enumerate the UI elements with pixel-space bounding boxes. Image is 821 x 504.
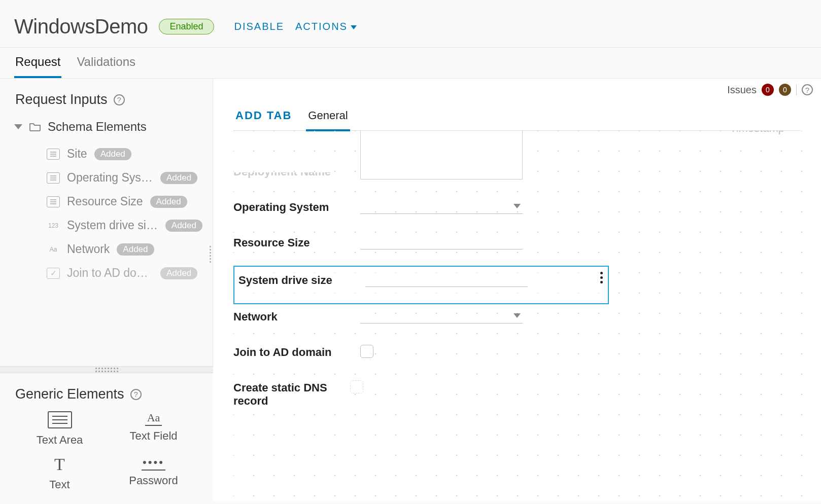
field-resource-size[interactable]: Resource Size bbox=[233, 228, 817, 264]
added-badge: Added bbox=[160, 267, 197, 279]
added-badge: Added bbox=[117, 243, 154, 256]
field-actions-menu[interactable] bbox=[600, 272, 603, 283]
schema-item-system-drive[interactable]: 123 System drive size Added bbox=[47, 213, 202, 237]
field-label: Network bbox=[233, 309, 360, 325]
generic-text-area[interactable]: Text Area bbox=[15, 411, 104, 447]
folder-icon bbox=[29, 122, 41, 131]
field-join-ad[interactable]: Join to AD domain bbox=[233, 338, 817, 373]
generic-elements-label: Generic Elements bbox=[15, 386, 124, 402]
select-input[interactable] bbox=[360, 309, 523, 323]
generic-item-label: Text bbox=[49, 478, 70, 491]
horizontal-resize-handle[interactable] bbox=[0, 366, 213, 373]
warning-count-badge[interactable]: 0 bbox=[779, 84, 791, 96]
add-tab-button[interactable]: Add Tab bbox=[233, 104, 294, 130]
schema-elements-root[interactable]: Schema Elements bbox=[10, 117, 202, 137]
tab-validations[interactable]: Validations bbox=[76, 48, 136, 78]
number-icon: 123 bbox=[47, 220, 60, 231]
tree-item-label: Site bbox=[67, 147, 87, 161]
actions-label: Actions bbox=[295, 21, 348, 32]
textarea-icon bbox=[48, 411, 72, 428]
field-label: Create static DNS record bbox=[233, 380, 350, 409]
status-enabled-pill: Enabled bbox=[159, 19, 214, 34]
added-badge: Added bbox=[94, 148, 131, 160]
list-icon bbox=[47, 172, 60, 184]
left-panel: Request Inputs ? Schema Elements Site Ad… bbox=[0, 79, 213, 501]
help-icon[interactable]: ? bbox=[114, 94, 125, 105]
schema-elements-label: Schema Elements bbox=[48, 120, 147, 134]
text-icon: Aa bbox=[47, 244, 60, 255]
list-icon bbox=[47, 149, 60, 160]
kebab-icon bbox=[600, 272, 603, 283]
generic-item-label: Text Area bbox=[37, 434, 83, 447]
list-icon bbox=[47, 196, 60, 207]
request-inputs-title: Request Inputs ? bbox=[0, 79, 213, 117]
tree-item-label: Resource Size bbox=[67, 195, 143, 208]
field-timestamp-ghost: Timestamp bbox=[728, 131, 786, 135]
form-canvas-panel: Issues 0 0 ? Add Tab General Deployment … bbox=[213, 79, 821, 501]
field-label: Join to AD domain bbox=[233, 345, 360, 360]
field-label: Operating System bbox=[233, 200, 360, 215]
tree-item-label: Join to AD dom… bbox=[67, 266, 153, 280]
error-count-badge[interactable]: 0 bbox=[762, 84, 774, 96]
field-create-dns[interactable]: Create static DNS record bbox=[233, 373, 817, 422]
added-badge: Added bbox=[160, 172, 197, 184]
generic-elements-panel: Generic Elements ? Text Area Aa Text Fie… bbox=[0, 373, 213, 501]
form-canvas[interactable]: Deployment Name Timestamp Operating Syst… bbox=[233, 131, 817, 422]
chevron-down-icon bbox=[514, 313, 521, 318]
tree-item-label: Network bbox=[67, 242, 110, 256]
generic-text[interactable]: T Text bbox=[15, 456, 104, 491]
added-badge: Added bbox=[165, 220, 202, 232]
chevron-down-icon bbox=[514, 204, 521, 208]
tree-item-label: Operating Syste… bbox=[67, 171, 153, 185]
disable-button[interactable]: Disable bbox=[234, 21, 284, 32]
primary-tab-bar: Request Validations bbox=[0, 48, 821, 79]
actions-dropdown[interactable]: Actions bbox=[295, 21, 357, 32]
textfield-icon: Aa bbox=[145, 411, 162, 424]
help-icon[interactable]: ? bbox=[130, 389, 142, 400]
field-deployment-name[interactable]: Deployment Name Timestamp bbox=[233, 131, 817, 193]
caret-down-icon bbox=[14, 124, 22, 129]
tab-request[interactable]: Request bbox=[14, 48, 61, 78]
divider bbox=[796, 84, 797, 95]
checkbox-icon: ✓ bbox=[47, 268, 60, 279]
field-label: Deployment Name bbox=[233, 172, 360, 179]
select-input[interactable] bbox=[360, 235, 523, 249]
schema-item-site[interactable]: Site Added bbox=[47, 142, 202, 166]
generic-item-label: Text Field bbox=[129, 429, 177, 443]
help-icon[interactable]: ? bbox=[802, 84, 813, 95]
request-inputs-label: Request Inputs bbox=[15, 92, 108, 107]
text-icon: T bbox=[54, 456, 65, 473]
password-icon: •••• bbox=[142, 456, 165, 469]
added-badge: Added bbox=[150, 196, 187, 208]
textarea-input[interactable] bbox=[360, 131, 523, 179]
issues-bar: Issues 0 0 ? bbox=[727, 84, 813, 96]
chevron-down-icon bbox=[351, 25, 357, 29]
issues-label: Issues bbox=[727, 84, 757, 96]
field-label: System drive size bbox=[238, 273, 365, 288]
schema-item-resource-size[interactable]: Resource Size Added bbox=[47, 190, 202, 213]
field-label: Resource Size bbox=[233, 235, 360, 250]
generic-elements-title: Generic Elements ? bbox=[0, 373, 213, 411]
number-input[interactable] bbox=[365, 273, 528, 287]
form-tab-bar: Add Tab General bbox=[233, 104, 801, 131]
tab-general[interactable]: General bbox=[306, 104, 350, 131]
vertical-resize-handle[interactable] bbox=[210, 246, 213, 271]
generic-item-label: Password bbox=[129, 474, 178, 487]
select-input[interactable] bbox=[360, 200, 523, 214]
schema-item-os[interactable]: Operating Syste… Added bbox=[47, 166, 202, 190]
main-area: Request Inputs ? Schema Elements Site Ad… bbox=[0, 79, 821, 501]
field-operating-system[interactable]: Operating System bbox=[233, 193, 817, 228]
checkbox-input[interactable] bbox=[360, 345, 373, 358]
page-header: WindowsDemo Enabled Disable Actions bbox=[0, 0, 821, 48]
schema-item-network[interactable]: Aa Network Added bbox=[47, 237, 202, 261]
schema-item-join-ad[interactable]: ✓ Join to AD dom… Added bbox=[47, 261, 202, 285]
checkbox-input[interactable] bbox=[350, 380, 363, 393]
generic-text-field[interactable]: Aa Text Field bbox=[109, 411, 198, 447]
field-system-drive-size-selected[interactable]: System drive size bbox=[233, 266, 609, 304]
schema-tree: Schema Elements Site Added Operating Sys… bbox=[0, 117, 213, 285]
tree-item-label: System drive size bbox=[67, 219, 158, 232]
page-title: WindowsDemo bbox=[14, 15, 148, 38]
field-network[interactable]: Network bbox=[233, 306, 817, 338]
generic-password[interactable]: •••• Password bbox=[109, 456, 198, 491]
